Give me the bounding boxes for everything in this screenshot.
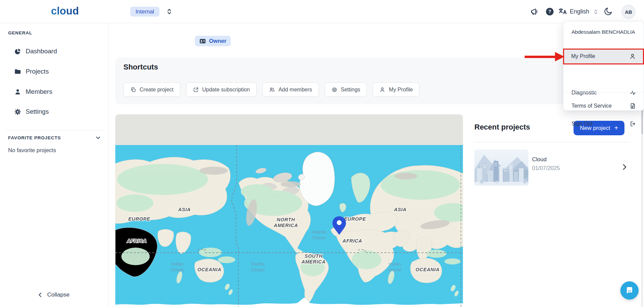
environment-badge[interactable]: Internal [130,7,159,17]
map-canvas: EUROPE ASIA AFRICA NORTH AMERICA SOUTH A… [115,145,463,307]
copy-icon [130,87,136,93]
chevron-down-icon[interactable] [94,134,102,141]
map-label-oceania-left: OCEANIA [197,267,221,272]
button-label: Settings [341,87,360,93]
environment-badge-label: Internal [136,8,154,15]
menu-item-label: Sign Out [572,121,592,127]
collapse-sidebar-button[interactable]: Collapse [37,291,69,298]
app-root: cloud Internal ? [0,0,644,307]
map-label-south-america: SOUTH [304,253,323,259]
map-label-indian-ocean-right: Indian [389,261,401,267]
project-date: 01/07/2025 [532,165,560,171]
recent-projects-title: Recent projects [474,123,530,132]
user-icon [629,53,636,60]
map-label-europe-right: EUROPE [344,216,367,222]
update-subscription-button[interactable]: Update subscription [186,82,257,97]
sidebar-item-projects[interactable]: Projects [0,64,109,79]
folder-icon [14,68,21,75]
owner-role-badge: Owner [195,36,231,46]
dark-mode-moon-icon[interactable] [604,7,613,16]
map-label-indian-ocean-left: Indian [171,261,184,267]
map-label-pacific-ocean: Pacific [251,261,265,267]
megaphone-icon[interactable] [530,7,539,16]
sidebar-section-general: GENERAL [8,30,32,35]
map-label-europe-left: EUROPE [128,216,151,222]
chevron-right-icon[interactable] [620,163,628,171]
avatar-initials: AB [625,9,632,15]
user-menu: Abdessalam BENCHADLIA Diagnostic Terms o… [563,21,644,111]
project-list-item[interactable]: Cloud 01/07/2025 [474,149,630,186]
menu-item-terms-of-service[interactable]: Terms of Service [563,101,644,111]
user-menu-display-name: Abdessalam BENCHADLIA [572,29,635,35]
button-label: Add members [279,87,312,93]
sidebar-item-label: Dashboard [26,48,57,55]
svg-text:?: ? [548,9,551,14]
map-label-north-america: AMERICA [273,223,298,228]
map-label-oceania-right: OCEANIA [415,267,439,272]
settings-shortcut-button[interactable]: Settings [325,82,367,97]
sidebar-section-favorites: FAVORITE PROJECTS [8,135,61,140]
menu-item-diagnostic[interactable]: Diagnostic [563,87,644,98]
user-avatar[interactable]: AB [621,5,636,19]
language-selector[interactable]: English [570,8,589,15]
my-profile-shortcut-button[interactable]: My Profile [373,82,419,97]
shortcuts-title: Shortcuts [123,63,158,72]
map-unloaded-tiles [115,114,463,145]
sidebar-item-label: Settings [26,108,49,115]
id-card-icon [199,38,206,45]
button-label: My Profile [389,87,413,93]
map-label-indian-ocean-left: Ocean [171,267,184,272]
sidebar-item-dashboard[interactable]: Dashboard [0,44,109,59]
document-icon [630,103,636,109]
activity-icon [630,89,636,96]
sidebar-item-settings[interactable]: Settings [0,104,109,119]
users-icon [269,87,275,93]
world-map[interactable]: EUROPE ASIA AFRICA NORTH AMERICA SOUTH A… [115,114,463,307]
menu-item-sign-out[interactable]: Sign Out [563,118,644,129]
map-label-pacific-ocean: Ocean [251,267,265,272]
owner-badge-label: Owner [209,38,226,44]
sign-out-icon [630,120,636,127]
external-link-icon [193,87,199,93]
favorites-empty-text: No favorite projects [8,147,56,154]
gear-icon [331,87,338,93]
menu-item-my-profile[interactable]: My Profile [563,49,644,64]
add-members-button[interactable]: Add members [262,82,319,97]
gear-icon [14,108,21,115]
help-icon[interactable]: ? [545,7,554,16]
language-chevrons-icon[interactable] [593,8,598,15]
button-label: Update subscription [202,87,250,93]
collapse-label: Collapse [47,291,69,298]
environment-select-chevrons-icon[interactable] [165,7,174,16]
create-project-button[interactable]: Create project [123,82,180,97]
chat-bubble-icon [625,286,634,295]
map-label-africa-right: AFRICA [342,238,362,244]
sidebar-item-members[interactable]: Members [0,84,109,99]
project-thumbnail [474,149,528,186]
user-icon [379,87,385,93]
chat-launcher-button[interactable] [620,281,639,300]
recent-projects-divider [474,142,630,142]
sidebar-item-label: Projects [26,68,49,75]
app-logo[interactable]: cloud [44,5,86,17]
sidebar-divider [5,130,103,130]
menu-item-label: My Profile [571,53,595,59]
shortcuts-button-row: Create project Update subscription Add m… [123,82,419,97]
menu-item-label: Diagnostic [572,90,597,96]
user-icon [14,88,21,95]
map-label-asia-left: ASIA [178,207,191,212]
menu-item-label: Terms of Service [572,103,612,109]
pie-chart-icon [14,48,21,55]
button-label: Create project [140,87,174,93]
map-label-asia-right: ASIA [393,207,406,212]
map-label-north-america: NORTH [277,217,295,222]
shortcuts-section [115,58,633,104]
sidebar-item-label: Members [26,88,52,95]
top-bar: cloud Internal ? [0,0,644,23]
map-label-south-america: AMERICA [301,259,326,264]
map-label-atlantic-ocean: Atlantic [312,229,327,234]
translate-icon[interactable] [558,7,567,16]
project-name: Cloud [532,156,547,163]
chevron-left-icon [37,292,43,298]
map-label-africa-left: AFRICA [127,238,147,244]
